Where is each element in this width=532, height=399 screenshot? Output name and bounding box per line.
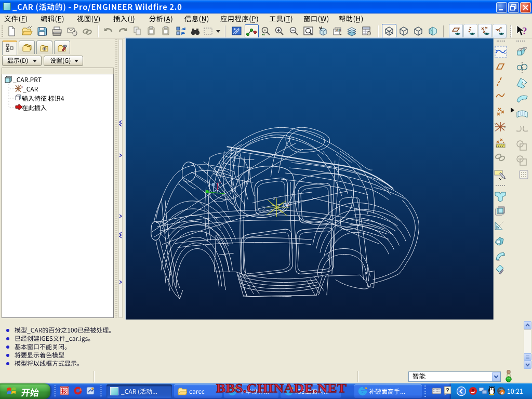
svg-text:y: y <box>495 122 496 125</box>
svg-text:a: a <box>501 390 504 395</box>
svg-text:AB: AB <box>336 28 341 32</box>
svg-text:y: y <box>501 26 502 29</box>
svg-text:z: z <box>495 129 496 132</box>
svg-text:?: ? <box>446 387 449 393</box>
svg-text:?: ? <box>522 25 527 36</box>
svg-text:CAR: CAR <box>283 203 290 207</box>
svg-text:2: 2 <box>273 197 275 201</box>
svg-text:x: x <box>504 125 506 128</box>
